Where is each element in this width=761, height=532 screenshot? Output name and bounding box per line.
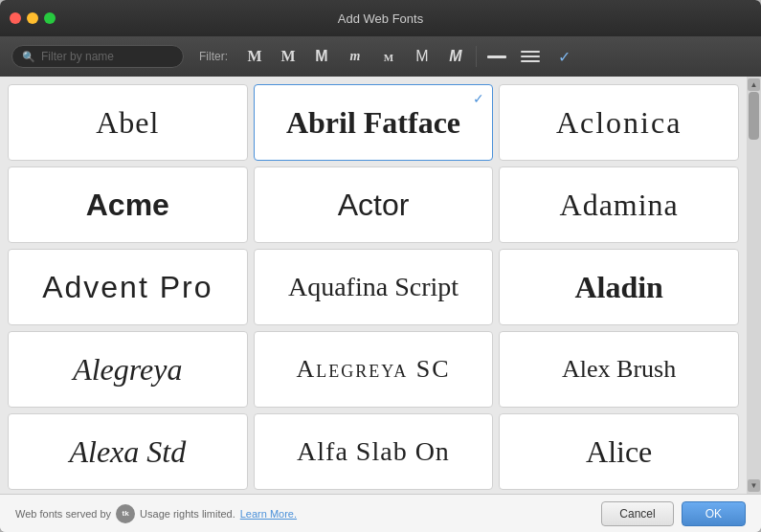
window-title: Add Web Fonts: [338, 11, 423, 26]
scrollbar-thumb[interactable]: [749, 92, 759, 140]
filter-mono-button[interactable]: M: [407, 43, 437, 70]
font-card-alex[interactable]: Alex Brush: [499, 331, 739, 408]
multi-line-icon: [521, 51, 540, 62]
ok-button[interactable]: OK: [682, 501, 746, 526]
font-card-aclonica[interactable]: Aclonica: [499, 84, 739, 161]
scroll-down-arrow[interactable]: ▼: [748, 479, 760, 492]
typekit-logo: tk: [116, 504, 135, 523]
multi-line-view-button[interactable]: [515, 43, 546, 70]
font-name-alexa: Alexa Std: [59, 434, 195, 470]
font-card-aquafina[interactable]: Aquafina Script: [254, 249, 494, 325]
single-line-view-button[interactable]: [481, 43, 512, 70]
font-name-advent: Advent Pro: [33, 270, 222, 305]
confirm-filter-button[interactable]: ✓: [548, 43, 579, 70]
filter-buttons: M M M m m M M ✓: [239, 43, 579, 70]
main-content: Abel✓Abril FatfaceAclonicaAcmeActorAdami…: [0, 77, 761, 494]
main-window: Add Web Fonts 🔍 Filter: M M M m m M M: [0, 0, 761, 532]
footer-actions: Cancel OK: [601, 501, 746, 526]
window-controls: [10, 12, 56, 24]
footer-info: Web fonts served by tk Usage rights limi…: [15, 504, 297, 523]
font-name-alegreya: Alegreya: [63, 352, 191, 388]
search-icon: 🔍: [22, 51, 35, 63]
font-card-acme[interactable]: Acme: [8, 166, 248, 243]
titlebar: Add Web Fonts: [0, 0, 761, 36]
footer: Web fonts served by tk Usage rights limi…: [0, 494, 761, 532]
search-input[interactable]: [41, 50, 166, 63]
served-by-text: Web fonts served by: [15, 508, 111, 520]
font-card-advent[interactable]: Advent Pro: [8, 249, 248, 325]
font-name-actor: Actor: [328, 188, 419, 223]
font-card-actor[interactable]: Actor: [254, 166, 494, 243]
font-name-alice: Alice: [576, 434, 661, 470]
font-name-aquafina: Aquafina Script: [279, 272, 468, 302]
font-name-abel: Abel: [86, 105, 168, 141]
scrollbar: ▲ ▼: [747, 77, 761, 494]
filter-script-button[interactable]: m: [340, 43, 370, 70]
filter-display-button[interactable]: m: [373, 43, 404, 70]
learn-more-link[interactable]: Learn More.: [240, 508, 297, 520]
toolbar: 🔍 Filter: M M M m m M M: [0, 36, 761, 77]
font-card-abril[interactable]: ✓Abril Fatface: [254, 84, 494, 161]
font-name-aclonica: Aclonica: [547, 105, 692, 141]
font-card-alexa[interactable]: Alexa Std: [8, 413, 248, 490]
filter-label: Filter:: [199, 50, 228, 63]
font-card-abel[interactable]: Abel: [8, 84, 248, 161]
font-card-alfa[interactable]: Alfa Slab On: [254, 413, 494, 490]
scroll-up-arrow[interactable]: ▲: [748, 78, 760, 91]
divider: [476, 46, 477, 67]
filter-serif-bold-button[interactable]: M: [273, 43, 303, 70]
scrollbar-track-area: [747, 91, 761, 479]
font-name-alfa: Alfa Slab On: [287, 436, 459, 467]
single-line-icon: [487, 55, 506, 58]
cancel-button[interactable]: Cancel: [601, 501, 673, 526]
font-card-alegreya-sc[interactable]: Alegreya SC: [254, 331, 494, 408]
filter-serif-button[interactable]: M: [239, 43, 270, 70]
font-name-alegreya-sc: Alegreya SC: [286, 355, 459, 384]
usage-text: Usage rights limited.: [140, 508, 235, 520]
search-box: 🔍: [11, 45, 184, 68]
close-button[interactable]: [10, 12, 21, 24]
font-name-aladin: Aladin: [565, 270, 672, 305]
filter-sans-button[interactable]: M: [306, 43, 337, 70]
font-card-alice[interactable]: Alice: [499, 413, 739, 490]
filter-italic-button[interactable]: M: [440, 43, 471, 70]
font-name-abril: Abril Fatface: [277, 105, 470, 141]
font-name-adamina: Adamina: [550, 188, 688, 223]
font-card-alegreya[interactable]: Alegreya: [8, 331, 248, 408]
selected-checkmark: ✓: [473, 91, 484, 106]
minimize-button[interactable]: [27, 12, 38, 24]
font-card-aladin[interactable]: Aladin: [499, 249, 739, 325]
font-name-alex: Alex Brush: [552, 355, 685, 384]
font-card-adamina[interactable]: Adamina: [499, 166, 739, 243]
font-grid: Abel✓Abril FatfaceAclonicaAcmeActorAdami…: [0, 77, 747, 494]
maximize-button[interactable]: [44, 12, 56, 24]
font-name-acme: Acme: [77, 188, 179, 223]
